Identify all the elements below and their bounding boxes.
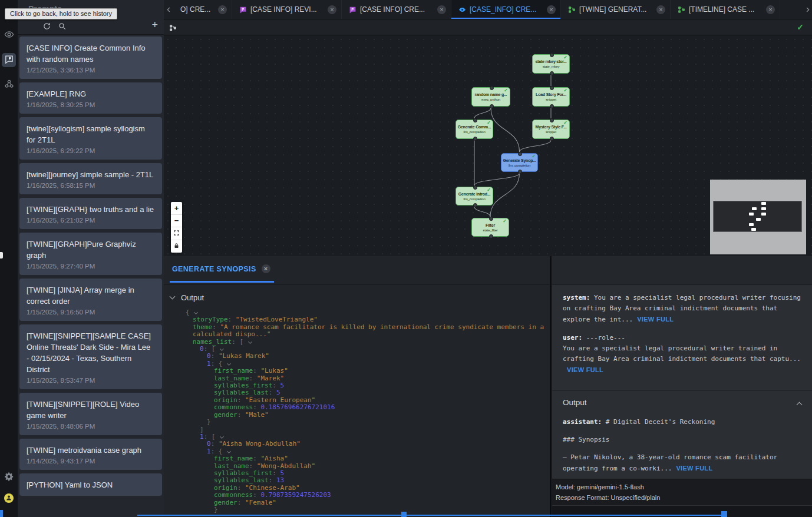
prompt-list-item[interactable]: [PYTHON] Yaml to JSON: [19, 473, 162, 496]
collapse-caret-icon[interactable]: [227, 449, 231, 453]
add-prompt-button[interactable]: +: [151, 19, 158, 31]
json-token: commonness: [214, 403, 253, 411]
prompt-list-item[interactable]: [twine][journey] simple sample - 2T1L1/1…: [19, 163, 162, 194]
node-subtitle: state_filter: [483, 228, 497, 232]
tab-close-icon[interactable]: ×: [437, 5, 446, 14]
selection-line: [137, 515, 727, 516]
json-token: 13: [276, 476, 284, 484]
rail-eye-button[interactable]: [2, 28, 16, 42]
prompt-bubble-icon: [4, 54, 14, 67]
graph-node-generate_introduction[interactable]: Generate Introd...llm_completion✓: [455, 187, 493, 206]
zoom-in-button[interactable]: +: [171, 202, 182, 215]
message-user: user: ---role---You are a specialist leg…: [563, 333, 808, 376]
graph-node-filter[interactable]: Filterstate_filter✓: [471, 218, 509, 237]
model-footer: Model: gemini/gemini-1.5-flash Response …: [552, 479, 812, 505]
graph-edge: [520, 140, 552, 152]
prompt-list-item[interactable]: [TWINE] metroidvania case graph1/14/2025…: [19, 439, 162, 470]
selection-handle[interactable]: [721, 511, 727, 517]
selection-handle[interactable]: [401, 512, 407, 517]
editor-tab[interactable]: [TWINE] GENERAT...×: [561, 0, 671, 19]
collapse-caret-icon[interactable]: [227, 362, 231, 366]
tab-scroll-left-icon[interactable]: [164, 0, 173, 19]
json-token: :: [237, 411, 245, 419]
git-graph-icon[interactable]: [169, 24, 177, 31]
tab-close-icon[interactable]: ×: [656, 5, 665, 14]
prompt-list-item[interactable]: [TWINE][GRAPH} two truths and a lie1/16/…: [19, 198, 162, 229]
tab-scroll-right-icon[interactable]: [803, 0, 812, 19]
json-token: "Wong-Abdullah": [257, 462, 315, 470]
graph-node-load_story[interactable]: Load Story For...snippet✓: [532, 87, 570, 107]
collapse-caret-icon[interactable]: [248, 340, 252, 344]
tab-close-icon[interactable]: ×: [328, 5, 336, 14]
json-token: "Lukas": [260, 367, 288, 375]
json-token: 0.7987359247526203: [260, 491, 331, 499]
collapse-caret-icon[interactable]: [194, 310, 198, 314]
assistant-output-section: Output assistant: # Digital Deceit's Rec…: [552, 390, 812, 479]
json-token: 0: [200, 345, 204, 353]
rail-webhook-button[interactable]: [2, 78, 16, 92]
tab-close-icon[interactable]: ×: [218, 5, 227, 14]
graph-node-state_mkey[interactable]: state mkey stor...state_mkey✓: [532, 54, 570, 74]
selection-corner: [0, 510, 3, 517]
tab-label: [CASE INFO] REVI...: [250, 5, 324, 14]
json-token: :: [249, 462, 257, 470]
tab-close-icon[interactable]: ×: [547, 5, 556, 14]
json-token: "Lukas Marek": [219, 352, 269, 360]
prompt-list-item[interactable]: [TWINE] [JINJA] Array merge in correct o…: [19, 279, 162, 321]
editor-tab[interactable]: O] CRE...×: [173, 0, 232, 19]
graph-node-random_name[interactable]: random name g...exec_python✓: [471, 87, 510, 107]
fit-view-button[interactable]: [171, 227, 182, 240]
node-subtitle: llm_completion: [509, 164, 530, 167]
editor-tab[interactable]: [CASE INFO] REVI...×: [232, 0, 342, 19]
zoom-out-button[interactable]: −: [171, 215, 182, 228]
chevron-down-icon: [170, 294, 176, 300]
prompt-list-item[interactable]: [CASE INFO] Create Common Info with rand…: [19, 37, 162, 79]
lock-button[interactable]: [171, 240, 182, 253]
prompt-title: [PYTHON] Yaml to JSON: [27, 479, 155, 491]
graph-node-generate_synopsis[interactable]: Generate Synop...llm_completion✓: [501, 153, 538, 172]
node-graph-canvas[interactable]: +− state mkey stor...state_mkey✓random n…: [164, 35, 812, 256]
json-token: : {: [211, 448, 227, 455]
graph-node-generate_common[interactable]: Generate Comm...llm_completion✓: [455, 120, 493, 139]
node-check-icon: ✓: [503, 218, 507, 224]
collapse-caret-icon[interactable]: [220, 435, 224, 439]
json-token: :: [249, 375, 257, 382]
view-full-link[interactable]: VIEW FULL: [567, 366, 603, 373]
json-token: 5: [280, 382, 285, 389]
avatar: [4, 493, 14, 503]
prompt-list-item[interactable]: [TWINE][GRAPH]Pure Graphviz graph1/15/20…: [19, 233, 162, 275]
prompt-title: [twine][syllogism] sample syllogism for …: [27, 123, 155, 145]
prompt-list-item[interactable]: [TWINE][SNIPPET][ROLE] Video game writer…: [19, 393, 162, 435]
json-token: {: [186, 309, 193, 316]
collapse-caret-icon[interactable]: [220, 347, 224, 351]
webhook-icon: [4, 79, 14, 91]
assistant-output: assistant: # Digital Deceit's Reckoning#…: [563, 417, 808, 474]
view-full-link[interactable]: VIEW FULL: [676, 465, 712, 472]
refresh-icon[interactable]: [42, 22, 51, 31]
node-check-icon: ✓: [532, 154, 536, 159]
output-section-header[interactable]: Output: [170, 293, 204, 302]
generate-synopsis-tab[interactable]: GENERATE SYNOPSIS ×: [170, 264, 274, 283]
prompt-list-item[interactable]: [TWINE][SNIPPET][SAMPLE CASE] Online Thr…: [19, 324, 162, 389]
editor-tab[interactable]: [TIMELINE] CASE ...×: [671, 0, 780, 19]
generate-synopsis-tab-label: GENERATE SYNOPSIS: [172, 265, 256, 273]
json-output-tree[interactable]: { storyType: "TwistedLoveTriangle"theme:…: [186, 309, 545, 517]
json-token: :: [253, 455, 260, 462]
rail-account-button[interactable]: [2, 491, 16, 505]
graph-node-mystery_style[interactable]: Mystery Style F...snippet✓: [532, 120, 570, 139]
eye-blue-icon: [458, 6, 466, 14]
view-full-link[interactable]: VIEW FULL: [637, 316, 674, 323]
tab-close-icon[interactable]: ×: [766, 5, 775, 14]
prompt-list-item[interactable]: [twine][syllogism] sample syllogism for …: [19, 117, 162, 160]
validated-check-icon: ✓: [797, 22, 804, 32]
editor-tab[interactable]: [CASE INFO] CRE...×: [342, 0, 451, 19]
rail-settings-gear-button[interactable]: [2, 470, 16, 485]
tab-close-icon[interactable]: ×: [262, 264, 270, 273]
rail-prompt-bubble-button[interactable]: [2, 53, 16, 67]
search-icon[interactable]: [58, 22, 67, 31]
assistant-paragraph: assistant: # Digital Deceit's Reckoning: [563, 417, 808, 427]
editor-tab[interactable]: [CASE_INFO] CRE...×: [451, 0, 561, 19]
canvas-minimap[interactable]: [710, 180, 806, 254]
json-token: 0: [207, 440, 211, 448]
prompt-list-item[interactable]: [EXAMPLE] RNG1/16/2025, 8:30:25 PM: [19, 82, 162, 114]
